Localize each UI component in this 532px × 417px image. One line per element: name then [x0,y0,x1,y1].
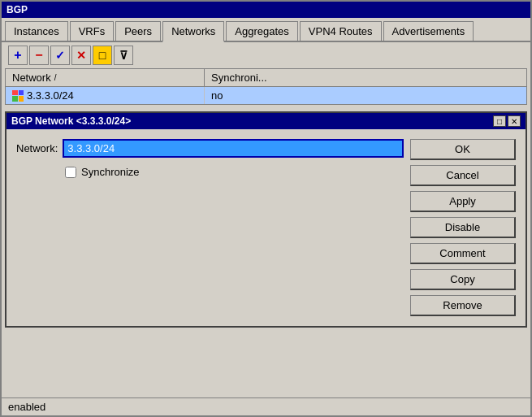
copy-button[interactable]: Copy [410,269,516,290]
dialog-body: Network: Synchronize OK Cancel Apply Dis… [6,129,526,326]
title-bar: BGP [2,2,530,18]
synchronize-label: Synchronize [81,166,140,178]
dialog-close-button[interactable]: ✕ [508,115,521,127]
cancel-button[interactable]: ✕ [71,46,91,65]
cell-network: 3.3.3.0/24 [6,87,205,104]
square-button[interactable]: □ [93,46,112,65]
dialog-minimize-button[interactable]: □ [493,115,506,127]
tab-networks[interactable]: Networks [162,21,224,42]
main-window: BGP Instances VRFs Peers Networks Aggreg… [0,0,532,417]
ok-button[interactable]: OK [410,139,516,160]
table-header: Network / Synchroni... [6,69,526,87]
table-row[interactable]: 3.3.3.0/24 no [6,87,526,104]
dialog-title-controls: □ ✕ [493,115,521,127]
tab-bar: Instances VRFs Peers Networks Aggregates… [2,18,530,42]
apply-button[interactable]: Apply [410,191,516,212]
network-icon [12,90,24,102]
window-title: BGP [6,4,28,15]
network-input[interactable] [63,139,404,158]
cancel-button[interactable]: Cancel [410,165,516,186]
add-button[interactable]: + [8,46,28,65]
tab-advertisements[interactable]: Advertisements [383,21,474,41]
filter-button[interactable]: ⊽ [114,46,133,65]
toolbar: + − ✓ ✕ □ ⊽ [2,42,530,68]
network-field-row: Network: [16,139,404,158]
dialog-title-text: BGP Network <3.3.3.0/24> [11,115,131,127]
tab-aggregates[interactable]: Aggregates [226,21,298,41]
dialog-title-bar: BGP Network <3.3.3.0/24> □ ✕ [6,113,526,129]
remove-button[interactable]: Remove [410,295,516,316]
tab-vrfs[interactable]: VRFs [70,21,115,41]
network-field-label: Network: [16,142,58,154]
disable-button[interactable]: Disable [410,217,516,238]
cell-synchronize: no [205,87,526,104]
sort-icon: / [54,73,57,82]
column-network: Network / [6,69,205,86]
column-synchronize: Synchroni... [205,69,526,86]
tab-instances[interactable]: Instances [5,21,68,41]
networks-table: Network / Synchroni... 3.3.3.0/24 no [5,68,527,105]
network-value: 3.3.3.0/24 [27,89,74,102]
status-bar: enabled [2,397,530,415]
tab-peers[interactable]: Peers [115,21,161,41]
comment-button[interactable]: Comment [410,243,516,264]
remove-button[interactable]: − [29,46,49,65]
bgp-network-dialog: BGP Network <3.3.3.0/24> □ ✕ Network: Sy… [5,111,527,328]
synchronize-row: Synchronize [65,166,404,178]
dialog-buttons: OK Cancel Apply Disable Comment Copy Rem… [410,139,516,316]
dialog-left: Network: Synchronize [16,139,404,316]
column-network-label: Network [12,72,51,84]
check-button[interactable]: ✓ [50,46,70,65]
status-text: enabled [8,401,45,413]
tab-vpn4routes[interactable]: VPN4 Routes [300,21,382,41]
synchronize-checkbox[interactable] [65,167,76,178]
